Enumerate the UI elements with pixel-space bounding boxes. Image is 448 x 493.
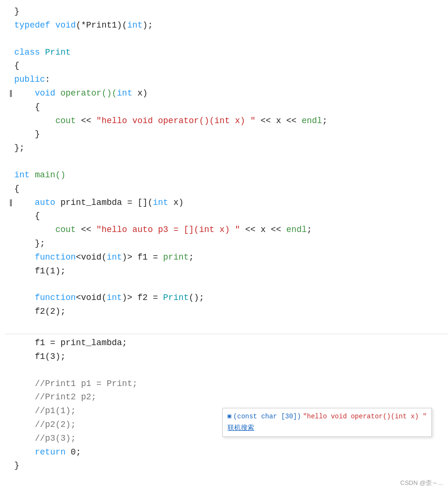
token: return — [35, 445, 66, 459]
code-line: class Print — [5, 46, 448, 59]
token: f1(1); — [35, 264, 66, 278]
line-indicator — [7, 7, 13, 17]
code-line: typedef void(*Print1)(int); — [5, 19, 448, 32]
token: { — [35, 209, 40, 223]
line-indicator — [7, 116, 13, 126]
line-indicator — [7, 434, 13, 444]
code-line: } — [5, 459, 448, 473]
token: //p3(3); — [35, 432, 76, 445]
token: f2(2); — [35, 305, 66, 319]
code-line: f2(2); — [5, 305, 448, 319]
indent — [14, 223, 55, 237]
indent — [14, 209, 35, 223]
code-editor: } typedef void(*Print1)(int); class Prin… — [5, 5, 448, 473]
token: main() — [29, 168, 66, 182]
token: } — [14, 5, 19, 19]
code-line: { — [5, 100, 448, 114]
token: (); — [189, 291, 204, 305]
line-indicator — [7, 364, 13, 374]
token: auto — [35, 196, 55, 210]
code-line: cout << "hello void operator()(int x) " … — [5, 114, 448, 128]
token: endl — [286, 223, 307, 237]
tooltip-type: (const char [30]) — [233, 411, 301, 422]
indent — [14, 114, 55, 128]
line-indicator — [7, 338, 13, 348]
line-indicator — [7, 129, 13, 140]
token: ; — [307, 223, 312, 237]
token: int — [14, 168, 29, 182]
token: typedef — [14, 19, 55, 32]
line-indicator — [7, 75, 13, 85]
token: Print — [163, 291, 189, 305]
indent — [14, 305, 35, 319]
code-container: } typedef void(*Print1)(int); class Prin… — [0, 0, 448, 493]
code-line: ▐ void operator()(int x) — [5, 87, 448, 100]
indent — [14, 251, 35, 264]
token: cout — [55, 223, 76, 237]
line-indicator: ▐ — [7, 88, 13, 99]
token: f1 = print_lambda; — [35, 336, 127, 350]
tooltip-search-link[interactable]: 联机搜索 — [228, 423, 427, 433]
token: print_lambda = []( — [55, 196, 153, 210]
indent — [14, 418, 35, 432]
token: "hello void operator()(int x) " — [96, 114, 256, 128]
line-indicator — [7, 420, 13, 430]
watermark: CSDN @歪～... — [400, 478, 443, 488]
code-line: f1(1); — [5, 264, 448, 278]
tooltip-icon: ▣ — [228, 412, 231, 422]
line-indicator — [7, 32, 13, 43]
indent — [14, 445, 35, 459]
indent — [14, 264, 35, 278]
line-indicator — [7, 20, 13, 31]
code-line: } — [5, 127, 448, 141]
token: //p2(2); — [35, 418, 76, 432]
code-line: return 0; — [5, 445, 448, 459]
token: int — [106, 251, 122, 264]
line-indicator — [7, 239, 13, 249]
token: void — [55, 19, 76, 32]
code-line — [5, 319, 448, 332]
token: } — [35, 127, 40, 141]
code-line: ▐ auto print_lambda = [](int x) — [5, 196, 448, 210]
line-indicator — [7, 352, 13, 362]
token: <void( — [76, 291, 107, 305]
indent — [14, 336, 35, 350]
indent — [14, 87, 35, 100]
token: : — [45, 73, 50, 87]
token: void — [35, 87, 55, 100]
line-indicator — [7, 211, 13, 222]
token: << — [76, 114, 96, 128]
line-indicator — [7, 379, 13, 389]
indent — [14, 100, 35, 114]
token: int — [127, 19, 143, 32]
token: << x << — [240, 223, 286, 237]
token: x) — [168, 196, 183, 210]
code-line: function<void(int)> f2 = Print(); — [5, 291, 448, 305]
line-indicator — [7, 184, 13, 194]
token: ; — [189, 251, 194, 264]
indent — [14, 404, 35, 418]
line-indicator — [7, 225, 13, 235]
indent — [14, 377, 35, 391]
token: (*Print1)( — [76, 19, 127, 32]
indent — [14, 196, 35, 210]
line-indicator — [7, 392, 13, 403]
tooltip-icon-row: ▣ (const char [30]) "hello void operator… — [228, 411, 427, 422]
token: "hello auto p3 = [](int x) " — [96, 223, 240, 237]
token: class — [14, 46, 45, 59]
token: ); — [143, 19, 153, 32]
token: 0; — [66, 445, 81, 459]
line-indicator — [7, 307, 13, 317]
token: int — [153, 196, 168, 210]
token: function — [35, 251, 76, 264]
code-line — [5, 155, 448, 168]
code-line: f1(3); — [5, 350, 448, 364]
code-line — [5, 364, 448, 377]
token: )> f2 = — [122, 291, 163, 305]
code-line: f1 = print_lambda; — [5, 336, 448, 350]
code-line: public: — [5, 73, 448, 87]
line-indicator — [7, 447, 13, 458]
token: } — [14, 459, 19, 473]
token: { — [35, 100, 40, 114]
line-indicator — [7, 278, 13, 288]
